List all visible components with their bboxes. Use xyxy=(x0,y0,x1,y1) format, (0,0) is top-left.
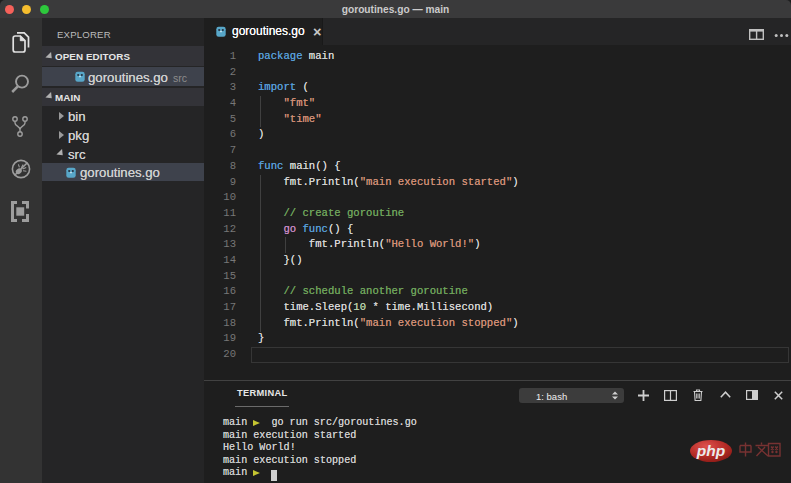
svg-text:php: php xyxy=(696,442,725,459)
